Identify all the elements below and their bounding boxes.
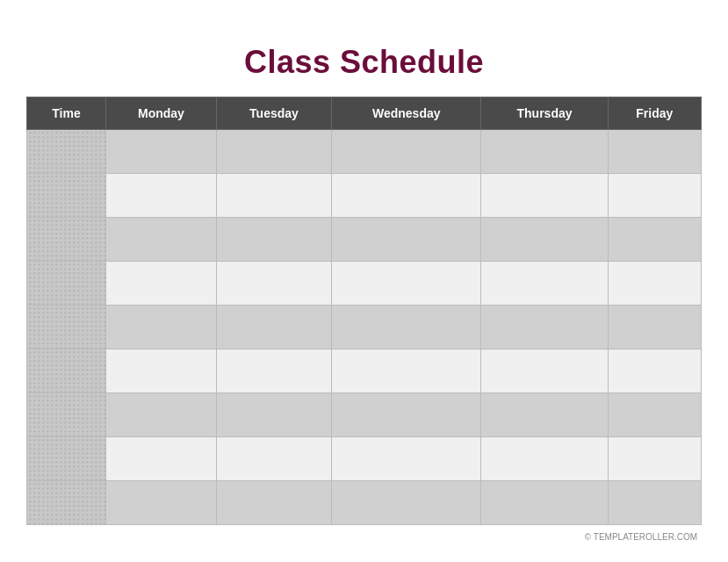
schedule-cell[interactable] xyxy=(481,174,608,218)
schedule-cell[interactable] xyxy=(608,437,701,481)
table-row xyxy=(27,174,702,218)
schedule-cell[interactable] xyxy=(608,174,701,218)
schedule-cell[interactable] xyxy=(216,481,331,525)
schedule-cell[interactable] xyxy=(332,393,481,437)
schedule-cell[interactable] xyxy=(608,262,701,306)
col-header-time: Time xyxy=(27,97,106,130)
time-cell[interactable] xyxy=(27,130,106,174)
time-cell[interactable] xyxy=(27,262,106,306)
table-row xyxy=(27,130,702,174)
col-header-friday: Friday xyxy=(608,97,701,130)
schedule-cell[interactable] xyxy=(106,481,217,525)
schedule-cell[interactable] xyxy=(481,437,608,481)
schedule-cell[interactable] xyxy=(481,262,608,306)
schedule-cell[interactable] xyxy=(106,262,217,306)
schedule-cell[interactable] xyxy=(216,349,331,393)
schedule-cell[interactable] xyxy=(332,437,481,481)
col-header-tuesday: Tuesday xyxy=(216,97,331,130)
schedule-cell[interactable] xyxy=(332,174,481,218)
table-row xyxy=(27,393,702,437)
table-header-row: Time Monday Tuesday Wednesday Thursday F… xyxy=(27,97,702,130)
footer-text: © TEMPLATEROLLER.COM xyxy=(26,532,702,542)
schedule-cell[interactable] xyxy=(216,174,331,218)
schedule-cell[interactable] xyxy=(216,437,331,481)
schedule-cell[interactable] xyxy=(608,481,701,525)
schedule-cell[interactable] xyxy=(332,349,481,393)
schedule-cell[interactable] xyxy=(106,306,217,349)
schedule-cell[interactable] xyxy=(332,218,481,262)
schedule-cell[interactable] xyxy=(216,306,331,349)
page-title: Class Schedule xyxy=(244,44,484,81)
schedule-cell[interactable] xyxy=(481,306,608,349)
table-row xyxy=(27,437,702,481)
schedule-cell[interactable] xyxy=(608,393,701,437)
schedule-cell[interactable] xyxy=(608,349,701,393)
schedule-cell[interactable] xyxy=(216,262,331,306)
schedule-cell[interactable] xyxy=(481,481,608,525)
time-cell[interactable] xyxy=(27,174,106,218)
schedule-cell[interactable] xyxy=(216,218,331,262)
time-cell[interactable] xyxy=(27,218,106,262)
schedule-cell[interactable] xyxy=(332,130,481,174)
schedule-cell[interactable] xyxy=(481,349,608,393)
schedule-cell[interactable] xyxy=(106,437,217,481)
schedule-cell[interactable] xyxy=(216,130,331,174)
schedule-cell[interactable] xyxy=(106,130,217,174)
schedule-cell[interactable] xyxy=(608,218,701,262)
time-cell[interactable] xyxy=(27,393,106,437)
table-row xyxy=(27,218,702,262)
schedule-table: Time Monday Tuesday Wednesday Thursday F… xyxy=(26,97,702,525)
schedule-cell[interactable] xyxy=(106,218,217,262)
col-header-wednesday: Wednesday xyxy=(332,97,481,130)
table-row xyxy=(27,349,702,393)
time-cell[interactable] xyxy=(27,481,106,525)
schedule-cell[interactable] xyxy=(481,393,608,437)
schedule-cell[interactable] xyxy=(481,218,608,262)
time-cell[interactable] xyxy=(27,349,106,393)
schedule-cell[interactable] xyxy=(332,306,481,349)
table-row xyxy=(27,306,702,349)
schedule-cell[interactable] xyxy=(106,393,217,437)
time-cell[interactable] xyxy=(27,437,106,481)
col-header-monday: Monday xyxy=(106,97,217,130)
schedule-cell[interactable] xyxy=(332,262,481,306)
col-header-thursday: Thursday xyxy=(481,97,608,130)
schedule-cell[interactable] xyxy=(481,130,608,174)
table-row xyxy=(27,481,702,525)
schedule-cell[interactable] xyxy=(106,174,217,218)
schedule-cell[interactable] xyxy=(216,393,331,437)
schedule-cell[interactable] xyxy=(332,481,481,525)
schedule-cell[interactable] xyxy=(106,349,217,393)
schedule-cell[interactable] xyxy=(608,130,701,174)
time-cell[interactable] xyxy=(27,306,106,349)
schedule-cell[interactable] xyxy=(608,306,701,349)
table-row xyxy=(27,262,702,306)
